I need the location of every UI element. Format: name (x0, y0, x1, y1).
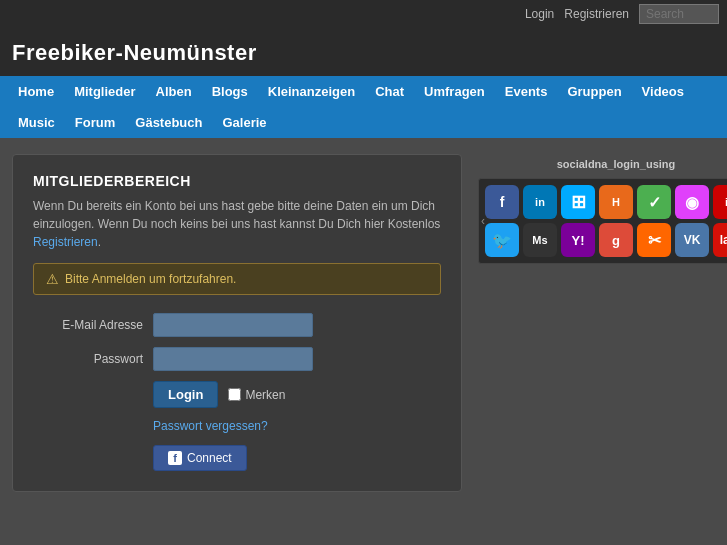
social-heading: socialdna_login_using (478, 158, 727, 170)
nav-videos[interactable]: Videos (632, 76, 694, 107)
nav-chat[interactable]: Chat (365, 76, 414, 107)
login-description: Wenn Du bereits ein Konto bei uns hast g… (33, 197, 441, 251)
login-box: MITGLIEDERBEREICH Wenn Du bereits ein Ko… (12, 154, 462, 492)
vk-social-icon[interactable]: VK (675, 223, 709, 257)
orange-social-icon[interactable]: ✂ (637, 223, 671, 257)
yahoo-social-icon[interactable]: Y! (561, 223, 595, 257)
facebook-icon: f (168, 451, 182, 465)
nav-gruppen[interactable]: Gruppen (557, 76, 631, 107)
nav-galerie[interactable]: Galerie (212, 107, 276, 138)
search-input[interactable] (639, 4, 719, 24)
top-bar: Login Registrieren (0, 0, 727, 28)
nav-home[interactable]: Home (8, 76, 64, 107)
login-desc-text2: . (98, 235, 101, 249)
social-row-1: f in ⊞ H ✓ ◉ id (485, 185, 727, 219)
social-row-2: 🐦 Ms Y! g ✂ VK last (485, 223, 727, 257)
email-label: E-Mail Adresse (33, 318, 143, 332)
form-actions: Login Merken (153, 381, 441, 408)
nav-mitglieder[interactable]: Mitglieder (64, 76, 145, 107)
password-row: Passwort (33, 347, 441, 371)
facebook-social-icon[interactable]: f (485, 185, 519, 219)
id-social-icon[interactable]: id (713, 185, 727, 219)
password-input[interactable] (153, 347, 313, 371)
social-sidebar: socialdna_login_using ‹ › f in ⊞ H ✓ ◉ i… (478, 154, 727, 492)
nav-kleinanzeigen[interactable]: Kleinanzeigen (258, 76, 365, 107)
hyves-social-icon[interactable]: H (599, 185, 633, 219)
remember-text: Merken (245, 388, 285, 402)
nav-alben[interactable]: Alben (146, 76, 202, 107)
forgot-password-container: Passwort vergessen? (153, 418, 441, 433)
scroll-left-icon[interactable]: ‹ (481, 214, 485, 228)
circle-social-icon[interactable]: ◉ (675, 185, 709, 219)
register-link[interactable]: Registrieren (564, 7, 629, 21)
check-social-icon[interactable]: ✓ (637, 185, 671, 219)
alert-text: Bitte Anmelden um fortzufahren. (65, 272, 236, 286)
google-social-icon[interactable]: g (599, 223, 633, 257)
social-icons-grid: ‹ › f in ⊞ H ✓ ◉ id 🐦 Ms Y! g ✂ VK last (478, 178, 727, 264)
remember-label[interactable]: Merken (228, 388, 285, 402)
password-label: Passwort (33, 352, 143, 366)
windows-social-icon[interactable]: ⊞ (561, 185, 595, 219)
email-row: E-Mail Adresse (33, 313, 441, 337)
nav-events[interactable]: Events (495, 76, 558, 107)
nav-blogs[interactable]: Blogs (202, 76, 258, 107)
main-content: MITGLIEDERBEREICH Wenn Du bereits ein Ko… (0, 138, 727, 508)
alert-message: ⚠ Bitte Anmelden um fortzufahren. (33, 263, 441, 295)
login-link[interactable]: Login (525, 7, 554, 21)
login-button[interactable]: Login (153, 381, 218, 408)
login-heading: MITGLIEDERBEREICH (33, 173, 441, 189)
email-input[interactable] (153, 313, 313, 337)
navigation: Home Mitglieder Alben Blogs Kleinanzeige… (0, 76, 727, 138)
linkedin-social-icon[interactable]: in (523, 185, 557, 219)
nav-umfragen[interactable]: Umfragen (414, 76, 495, 107)
login-desc-text1: Wenn Du bereits ein Konto bei uns hast g… (33, 199, 440, 231)
remember-checkbox[interactable] (228, 388, 241, 401)
facebook-connect-button[interactable]: f Connect (153, 445, 247, 471)
register-link-inline[interactable]: Registrieren (33, 235, 98, 249)
myspace-social-icon[interactable]: Ms (523, 223, 557, 257)
forgot-password-link[interactable]: Passwort vergessen? (153, 419, 268, 433)
warning-icon: ⚠ (46, 271, 59, 287)
nav-gaestebuch[interactable]: Gästebuch (125, 107, 212, 138)
twitter-social-icon[interactable]: 🐦 (485, 223, 519, 257)
connect-label: Connect (187, 451, 232, 465)
site-title-bar: Freebiker-Neumünster (0, 28, 727, 76)
lastfm-social-icon[interactable]: last (713, 223, 727, 257)
site-title: Freebiker-Neumünster (12, 40, 715, 66)
nav-music[interactable]: Music (8, 107, 65, 138)
nav-forum[interactable]: Forum (65, 107, 125, 138)
